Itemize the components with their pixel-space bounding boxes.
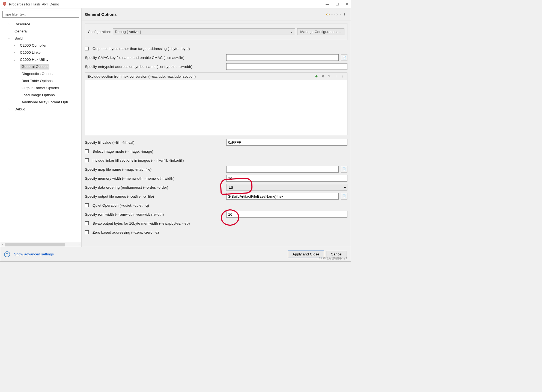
move-down-icon[interactable]: ↓: [340, 74, 345, 79]
checkbox[interactable]: [85, 221, 89, 225]
tree-item-load-image[interactable]: Load Image Options: [2, 91, 81, 98]
tree-item-hexutil[interactable]: ⌄C2000 Hex Utility: [2, 56, 81, 63]
cmac-label: Specify CMAC key file name and enable CM…: [85, 56, 224, 60]
option-linkerfill[interactable]: Include linker fill sections in images (…: [85, 157, 347, 164]
option-quiet[interactable]: Quiet Operation (--quiet, -quiet, -q): [85, 202, 347, 209]
checkbox[interactable]: [85, 149, 89, 153]
tree-item-output-format[interactable]: Output Format Options: [2, 84, 81, 91]
romwidth-label: Specify rom width (--romwidth, -romwidth…: [85, 212, 224, 216]
order-label: Specify data ordering (endianness) (--or…: [85, 185, 224, 189]
entrypoint-label: Specify entrypoint address or symbol nam…: [85, 65, 224, 69]
memwidth-input[interactable]: [226, 175, 347, 182]
window-controls: ― ☐ ✕: [326, 2, 349, 6]
close-button[interactable]: ✕: [346, 2, 349, 6]
configuration-select[interactable]: Debug [ Active ] ⌄: [113, 28, 295, 35]
titlebar: Properties for Flash_API_Demo ― ☐ ✕: [0, 0, 351, 8]
memwidth-label: Specify memory width (--memwidth, -memwi…: [85, 176, 224, 180]
back-arrow-icon[interactable]: ⇦: [326, 12, 330, 17]
option-swapbytes[interactable]: Swap output bytes for 16byte memwidth (-…: [85, 220, 347, 227]
scroll-left-icon[interactable]: ‹: [0, 242, 5, 247]
configuration-value: Debug [ Active ]: [115, 30, 141, 34]
forward-arrow-icon[interactable]: ⇨: [334, 12, 338, 17]
watermark: CSDN @我要跑半马！: [318, 256, 348, 260]
exclude-list[interactable]: [85, 80, 347, 135]
show-advanced-link[interactable]: Show advanced settings: [14, 252, 54, 256]
fill-input[interactable]: [226, 139, 347, 146]
delete-icon[interactable]: ✖: [320, 74, 325, 79]
option-zero[interactable]: Zero based addressing (--zero, -zero, -z…: [85, 229, 347, 236]
help-icon[interactable]: ?: [4, 251, 10, 257]
main-pane: General Options ⇦ ▾ ⇨ ▾ ⋮ Configuration:…: [82, 8, 351, 247]
tree-item-general-options[interactable]: General Options: [2, 63, 81, 70]
page-title: General Options: [85, 12, 117, 17]
add-icon[interactable]: ✚: [314, 74, 319, 79]
cmac-input[interactable]: [226, 54, 339, 61]
nav-tree: ›Resource General ⌄Build ›C2000 Compiler…: [0, 20, 81, 242]
map-input[interactable]: [226, 166, 339, 173]
checkbox[interactable]: [85, 203, 89, 207]
minimize-button[interactable]: ―: [326, 2, 329, 6]
tree-item-linker[interactable]: ›C2000 Linker: [2, 49, 81, 56]
move-up-icon[interactable]: ↑: [333, 74, 338, 79]
exclude-label: Exclude section from hex conversion (--e…: [87, 74, 196, 79]
edit-icon[interactable]: ✎: [327, 74, 332, 79]
scroll-thumb[interactable]: [5, 243, 65, 246]
option-byte[interactable]: Output as bytes rather than target addre…: [85, 45, 347, 52]
sidebar: ›Resource General ⌄Build ›C2000 Compiler…: [0, 8, 82, 247]
filter-input[interactable]: [2, 11, 79, 18]
outfile-label: Specify output file names (--outfile, -o…: [85, 194, 224, 198]
tree-item-general[interactable]: General: [2, 28, 81, 35]
tree-item-boot-table[interactable]: Boot Table Options: [2, 77, 81, 84]
maximize-button[interactable]: ☐: [336, 2, 339, 6]
configuration-label: Configuration:: [88, 30, 111, 34]
entrypoint-input[interactable]: [226, 63, 347, 70]
view-menu-icon[interactable]: ⋮: [343, 12, 346, 17]
map-label: Specify map file name (--map, -map=file): [85, 167, 224, 171]
browse-button[interactable]: 📄: [341, 166, 347, 173]
configuration-bar: Configuration: Debug [ Active ] ⌄ Manage…: [85, 23, 347, 40]
tree-item-build[interactable]: ⌄Build: [2, 35, 81, 42]
window-title: Properties for Flash_API_Demo: [9, 2, 59, 6]
tree-item-diagnostics[interactable]: Diagnostics Options: [2, 70, 81, 77]
order-select[interactable]: LS: [226, 184, 347, 191]
browse-button[interactable]: 📄: [341, 193, 347, 200]
scroll-right-icon[interactable]: ›: [77, 242, 81, 247]
sidebar-scrollbar[interactable]: ‹ ›: [0, 242, 81, 247]
checkbox[interactable]: [85, 158, 89, 162]
tree-item-compiler[interactable]: ›C2000 Compiler: [2, 42, 81, 49]
manage-configurations-button[interactable]: Manage Configurations...: [297, 28, 344, 35]
exclude-section-box: Exclude section from hex conversion (--e…: [85, 73, 347, 135]
chevron-down-icon: ⌄: [290, 29, 293, 34]
browse-button[interactable]: 📄: [341, 54, 347, 61]
checkbox[interactable]: [85, 47, 89, 50]
outfile-input[interactable]: [226, 193, 339, 200]
fill-label: Specify fill value (--fill, -fill=val): [85, 140, 224, 144]
dialog-footer: ? Show advanced settings Apply and Close…: [0, 247, 351, 261]
tree-item-debug[interactable]: ›Debug: [2, 105, 81, 113]
tree-item-additional-array[interactable]: Additional Array Format Opti: [2, 98, 81, 105]
tree-item-resource[interactable]: ›Resource: [2, 20, 81, 28]
forward-dropdown-icon[interactable]: ▾: [340, 13, 341, 16]
back-dropdown-icon[interactable]: ▾: [331, 13, 333, 16]
page-header: General Options ⇦ ▾ ⇨ ▾ ⋮: [82, 8, 351, 20]
romwidth-input[interactable]: [226, 211, 347, 218]
option-image[interactable]: Select image mode (--image, -image): [85, 148, 347, 155]
checkbox[interactable]: [85, 230, 89, 234]
app-icon: [2, 2, 7, 7]
